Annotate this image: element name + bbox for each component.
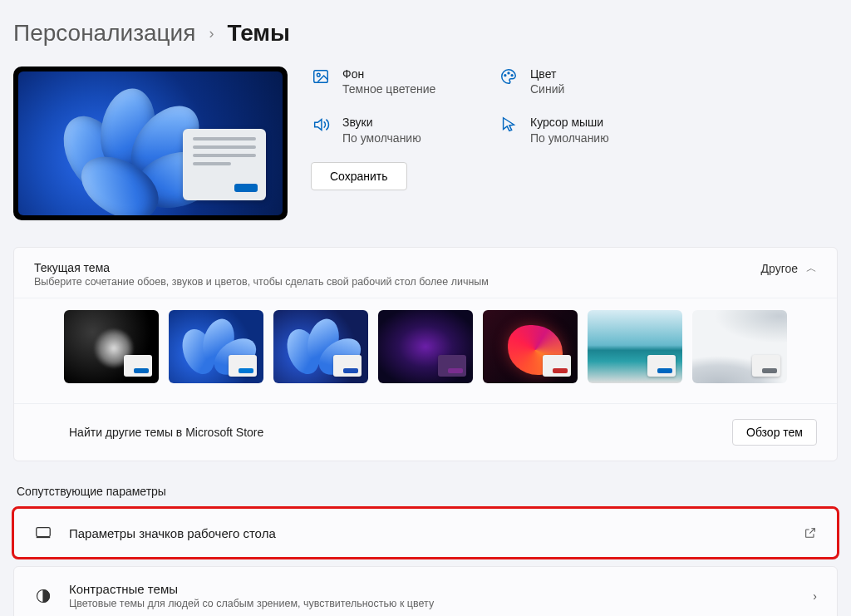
cursor-icon (499, 115, 519, 135)
theme-color-link[interactable]: Цвет Синий (499, 67, 665, 96)
svg-point-4 (511, 75, 513, 76)
preview-window (183, 129, 266, 200)
desktop-icon-settings-title: Параметры значков рабочего стола (69, 526, 787, 540)
current-theme-title: Текущая тема (34, 261, 489, 274)
save-button[interactable]: Сохранить (311, 162, 407, 190)
current-theme-subtitle: Выберите сочетание обоев, звуков и цвето… (34, 276, 489, 288)
theme-thumb-2[interactable] (273, 310, 368, 383)
svg-point-2 (504, 75, 506, 76)
contrast-themes-subtitle: Цветовые темы для людей со слабым зрение… (69, 598, 796, 609)
desktop-icon (34, 524, 52, 542)
svg-point-1 (317, 73, 320, 76)
contrast-icon (34, 587, 52, 605)
breadcrumb-parent[interactable]: Персонализация (13, 20, 195, 47)
current-theme-collapse[interactable]: Другое ︿ (761, 261, 817, 276)
store-text: Найти другие темы в Microsoft Store (69, 426, 263, 439)
theme-thumbnails (14, 298, 837, 403)
breadcrumb: Персонализация › Темы (13, 20, 838, 47)
chevron-right-icon: › (813, 589, 817, 603)
svg-point-3 (508, 72, 509, 74)
theme-background-link[interactable]: Фон Темное цветение (311, 67, 469, 96)
contrast-themes-row[interactable]: Контрастные темы Цветовые темы для людей… (13, 566, 838, 616)
palette-icon (499, 67, 519, 86)
theme-sounds-label: Звуки (342, 115, 421, 130)
desktop-icon-settings-row[interactable]: Параметры значков рабочего стола (13, 508, 838, 558)
browse-themes-button[interactable]: Обзор тем (732, 419, 817, 446)
theme-thumb-5[interactable] (588, 310, 682, 383)
theme-preview (13, 67, 288, 220)
contrast-themes-title: Контрастные темы (69, 582, 796, 596)
theme-cursor-link[interactable]: Курсор мыши По умолчанию (499, 115, 665, 145)
current-theme-card: Текущая тема Выберите сочетание обоев, з… (13, 247, 838, 461)
related-section-label: Сопутствующие параметры (17, 485, 838, 498)
collapse-label: Другое (761, 262, 798, 275)
sound-icon (311, 115, 331, 135)
theme-thumb-0[interactable] (64, 310, 159, 383)
theme-sounds-link[interactable]: Звуки По умолчанию (311, 115, 469, 145)
chevron-up-icon: ︿ (806, 261, 817, 276)
theme-color-label: Цвет (530, 67, 564, 81)
svg-rect-5 (37, 528, 51, 537)
theme-sounds-value: По умолчанию (342, 131, 421, 145)
external-link-icon (804, 526, 817, 540)
chevron-right-icon: › (209, 25, 214, 42)
image-icon (311, 67, 331, 86)
theme-color-value: Синий (530, 81, 564, 96)
theme-thumb-1[interactable] (169, 310, 263, 383)
theme-thumb-4[interactable] (483, 310, 578, 383)
theme-background-value: Темное цветение (342, 81, 435, 96)
theme-thumb-6[interactable] (692, 310, 787, 383)
theme-cursor-value: По умолчанию (530, 131, 609, 145)
theme-background-label: Фон (342, 67, 435, 81)
svg-rect-0 (314, 71, 328, 83)
page-title: Темы (227, 20, 290, 47)
theme-thumb-3[interactable] (378, 310, 473, 383)
theme-cursor-label: Курсор мыши (530, 115, 609, 130)
